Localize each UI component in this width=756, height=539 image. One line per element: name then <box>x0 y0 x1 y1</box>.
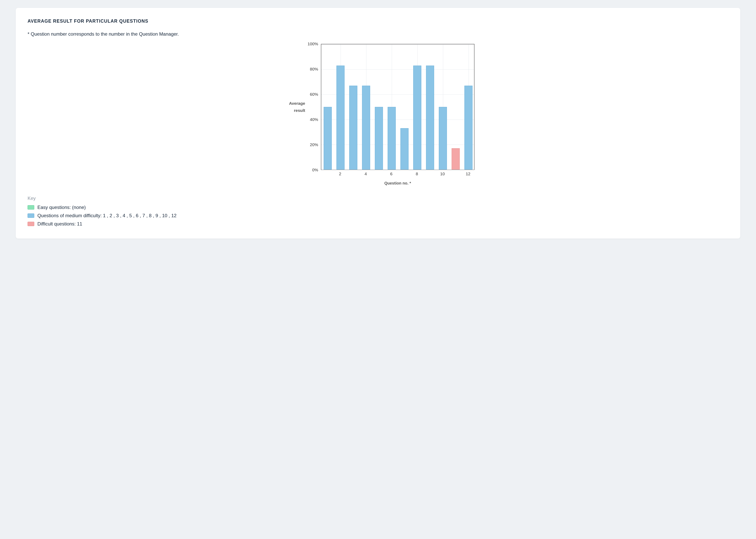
y-axis-label: Average result <box>282 44 307 170</box>
legend-swatch-medium <box>28 213 34 218</box>
bar-question-9 <box>426 66 434 170</box>
x-axis-label: Question no. * <box>321 179 474 186</box>
bar-question-8 <box>413 66 421 170</box>
chart-card: AVERAGE RESULT FOR PARTICULAR QUESTIONS … <box>16 8 740 239</box>
y-axis-label-line-2: result <box>294 107 305 114</box>
legend-item-medium: Questions of medium difficulty: 1 , 2 , … <box>28 213 728 218</box>
y-tick: 20% <box>310 142 318 147</box>
y-tick: 40% <box>310 117 318 122</box>
bar-question-10 <box>439 107 447 170</box>
chart-container: Average result 0%20%40%60%80%100% 246810… <box>28 44 728 186</box>
bar-question-4 <box>362 86 370 170</box>
legend-item-difficult: Difficult questions: 11 <box>28 221 728 227</box>
chart-grid: Average result 0%20%40%60%80%100% 246810… <box>282 44 474 186</box>
legend-swatch-easy <box>28 205 34 209</box>
plot-area <box>321 44 474 170</box>
x-tick: 12 <box>466 172 470 176</box>
y-tick: 60% <box>310 92 318 97</box>
bar-question-2 <box>336 66 344 170</box>
x-tick: 8 <box>416 172 418 176</box>
bar-question-11 <box>451 148 459 170</box>
card-title: AVERAGE RESULT FOR PARTICULAR QUESTIONS <box>28 19 728 24</box>
bar-question-12 <box>464 86 472 170</box>
y-axis-label-line-1: Average <box>289 100 305 107</box>
bar-question-7 <box>400 128 408 170</box>
legend-label: Difficult questions: 11 <box>37 221 82 227</box>
x-tick: 2 <box>339 172 341 176</box>
legend-swatch-difficult <box>28 222 34 226</box>
y-tick: 100% <box>308 41 318 46</box>
legend: Key Easy questions: (none)Questions of m… <box>28 195 728 227</box>
legend-item-easy: Easy questions: (none) <box>28 204 728 210</box>
x-axis-ticks: 24681012 <box>321 170 474 179</box>
x-tick: 6 <box>390 172 392 176</box>
x-tick: 4 <box>365 172 367 176</box>
legend-label: Easy questions: (none) <box>37 204 86 210</box>
y-tick: 0% <box>312 168 318 172</box>
y-axis-ticks: 0%20%40%60%80%100% <box>307 44 321 170</box>
card-note: * Question number corresponds to the num… <box>28 31 728 37</box>
bar-question-3 <box>349 86 357 170</box>
y-tick: 80% <box>310 67 318 71</box>
bar-question-5 <box>375 107 383 170</box>
legend-title: Key <box>28 195 728 201</box>
x-tick: 10 <box>440 172 445 176</box>
bar-question-6 <box>388 107 395 170</box>
legend-items: Easy questions: (none)Questions of mediu… <box>28 204 728 227</box>
bars-layer <box>321 44 474 170</box>
legend-label: Questions of medium difficulty: 1 , 2 , … <box>37 213 176 218</box>
bar-question-1 <box>324 107 331 170</box>
page: AVERAGE RESULT FOR PARTICULAR QUESTIONS … <box>0 0 756 250</box>
